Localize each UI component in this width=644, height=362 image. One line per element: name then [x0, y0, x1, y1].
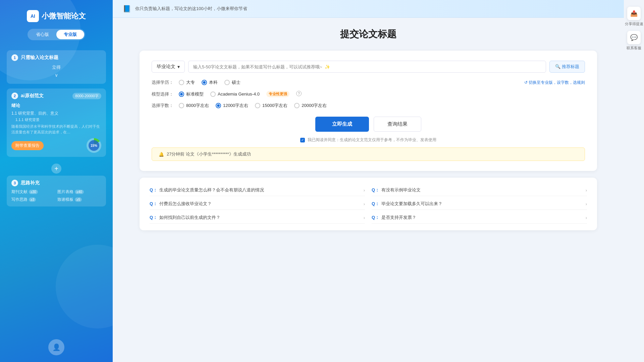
- word-15000[interactable]: 15000字左右: [255, 103, 287, 109]
- share-icon: 📤: [627, 7, 641, 20]
- logo-icon: AI: [27, 10, 39, 22]
- faq-item-4[interactable]: Q： 如何找到自己以前生成的文件？ ›: [150, 212, 365, 224]
- model-standard[interactable]: 标准模型: [179, 91, 204, 97]
- faq-q-5: Q：: [372, 215, 379, 221]
- step-2-num: 2: [11, 93, 18, 99]
- edu-row: 选择学历： 大专 本科 硕士 ↺ 切换至专业: [152, 79, 585, 85]
- faq-arrow-3: ›: [586, 201, 587, 206]
- faq-item-1[interactable]: Q： 有没有示例毕业论文 ›: [372, 184, 587, 196]
- progress-value: 15%: [89, 140, 99, 151]
- generate-button[interactable]: 立即生成: [315, 117, 369, 132]
- switch-pro-button[interactable]: ↺ 切换至专业版，设字数，选规则: [524, 80, 585, 85]
- faq-text-5: 是否支持开发票？: [381, 215, 416, 221]
- faq-item-3[interactable]: Q： 毕业论文要加载多久可以出来？ ›: [372, 198, 587, 210]
- faq-card: Q： 生成的毕业论文质量怎么样？会不会有朋说八道的情况 › Q： 有没有示例毕业…: [140, 178, 597, 230]
- app-title: 小微智能论文: [42, 11, 86, 21]
- main-area: 📘 你只负责输入标题，写论文的这100小时，小微来帮你节省 提交论文标题 毕业论…: [113, 0, 624, 362]
- edu-shuoshi[interactable]: 硕士: [224, 79, 240, 85]
- logo-area: AI 小微智能论文: [27, 10, 86, 22]
- supp-journal-count: ≥30: [29, 190, 38, 194]
- faq-text-3: 毕业论文要加载多久可以出来？: [381, 201, 442, 207]
- supp-journal: 期刊文献 ≥30: [11, 189, 55, 195]
- progress-circle: 15%: [87, 138, 101, 153]
- word-radio-group: 8000字左右 12000字左右 15000字左右 20000字左右: [179, 103, 327, 109]
- faq-q-2: Q：: [150, 201, 157, 207]
- faq-arrow-0: ›: [364, 188, 365, 193]
- recommend-button[interactable]: 🔍 推荐标题: [549, 61, 585, 73]
- supp-thinking: 写作思路 ≥3: [11, 197, 55, 202]
- report-button[interactable]: 附带查重报告: [11, 141, 44, 150]
- step-1-divider: 立得: [11, 64, 101, 70]
- radio-15000-dot: [255, 103, 260, 108]
- faq-arrow-4: ›: [364, 215, 365, 220]
- outline-item-1: 1.1 研究背景、目的、意义: [11, 111, 101, 116]
- radio-academia-dot: [210, 92, 216, 97]
- step-1-title: 只需输入论文标题: [21, 55, 101, 61]
- main-content: 提交论文标题 毕业论文 ▾ 🔍 推荐标题 选择学历： 大专: [113, 18, 624, 362]
- faq-text-0: 生成的毕业论文质量怎么样？会不会有朋说八道的情况: [159, 187, 264, 193]
- supp-figure: 图片表格 ≥40: [57, 189, 101, 195]
- radio-8000-dot: [179, 103, 184, 108]
- step-2-badge: 8000-20000字: [72, 93, 101, 99]
- faq-item-5[interactable]: Q： 是否支持开发票？ ›: [372, 212, 587, 224]
- faq-grid: Q： 生成的毕业论文质量怎么样？会不会有朋说八道的情况 › Q： 有没有示例毕业…: [150, 184, 587, 224]
- word-12000[interactable]: 12000字左右: [216, 103, 248, 109]
- radio-12000-dot: [216, 103, 221, 108]
- word-row: 选择字数： 8000字左右 12000字左右 15000字左右: [152, 103, 585, 109]
- info-icon[interactable]: ?: [296, 91, 302, 96]
- sidebar: AI 小微智能论文 省心版 专业版 1 只需输入论文标题 立得 ∨ 2 ai原创…: [0, 0, 113, 362]
- faq-text-1: 有没有示例毕业论文: [381, 187, 421, 193]
- title-input[interactable]: [188, 61, 546, 73]
- top-banner: 📘 你只负责输入标题，写论文的这100小时，小微来帮你节省: [113, 0, 624, 18]
- thesis-type-chevron: ▾: [177, 64, 180, 69]
- thesis-type-select[interactable]: 毕业论文 ▾: [152, 61, 185, 73]
- radio-benke-dot: [202, 80, 207, 85]
- add-section-button[interactable]: +: [51, 164, 61, 174]
- faq-q-0: Q：: [150, 187, 157, 193]
- supp-thinking-count: ≥3: [29, 197, 36, 202]
- agree-row: ✓ 我已阅读并同意：生成的论文文范文仅用于参考，不作为毕业、发表使用: [152, 137, 585, 143]
- edu-dazhuang[interactable]: 大专: [179, 79, 195, 85]
- radio-shuoshi-dot: [224, 80, 230, 85]
- word-label: 选择字数：: [152, 103, 173, 109]
- avatar: 👤: [48, 339, 64, 355]
- step-3-num: 3: [11, 180, 18, 186]
- step-3-title: 思路补充: [21, 180, 101, 186]
- agree-text: 我已阅读并同意：生成的论文文范文仅用于参考，不作为毕业、发表使用: [308, 137, 436, 143]
- action-row: 立即生成 查询结果: [152, 117, 585, 132]
- banner-icon: 📘: [123, 5, 131, 13]
- model-label: 模型选择：: [152, 91, 173, 97]
- faq-text-2: 付费后怎么接收毕业论文？: [159, 201, 212, 207]
- support-action[interactable]: 💬 联系客服: [627, 31, 641, 50]
- title-input-row: 毕业论文 ▾ 🔍 推荐标题: [152, 61, 585, 73]
- query-button[interactable]: 查询结果: [374, 117, 421, 132]
- edu-radio-group: 大专 本科 硕士: [179, 79, 240, 85]
- faq-item-2[interactable]: Q： 付费后怎么接收毕业论文？ ›: [150, 198, 365, 210]
- agree-checkbox[interactable]: ✓: [300, 138, 305, 142]
- radio-20000-dot: [294, 103, 300, 108]
- support-label: 联系客服: [627, 46, 641, 50]
- edu-benke[interactable]: 本科: [202, 79, 218, 85]
- model-academia[interactable]: Academia Genius-4.0: [210, 91, 260, 97]
- faq-item-0[interactable]: Q： 生成的毕业论文质量怎么样？会不会有朋说八道的情况 ›: [150, 184, 365, 196]
- thesis-type-label: 毕业论文: [157, 64, 175, 70]
- chevron-icon: ∨: [11, 72, 101, 78]
- faq-text-4: 如何找到自己以前生成的文件？: [159, 215, 220, 221]
- right-panel: 📤 分享得提速 💬 联系客服: [624, 0, 644, 362]
- word-8000[interactable]: 8000字左右: [179, 103, 209, 109]
- notification-text: 27分钟前 论文《小学生**********》生成成功: [167, 151, 251, 157]
- supp-figure-count: ≥40: [75, 190, 84, 194]
- faq-q-4: Q：: [150, 215, 157, 221]
- word-20000[interactable]: 20000字左右: [294, 103, 327, 109]
- model-radio-group: 标准模型 Academia Genius-4.0 专业性更强 ?: [179, 91, 302, 97]
- tab-zhuanye[interactable]: 专业版: [56, 30, 84, 39]
- tab-jianxin[interactable]: 省心版: [29, 30, 56, 39]
- outline-section: 绪论: [11, 103, 101, 109]
- notification-icon: 🔔: [159, 152, 164, 157]
- form-card: 毕业论文 ▾ 🔍 推荐标题 选择学历： 大专 本科: [140, 51, 597, 171]
- step-3-card: 3 思路补充 期刊文献 ≥30 图片表格 ≥40 写作思路 ≥3 致谢模板 ≥5: [7, 176, 106, 206]
- share-action[interactable]: 📤 分享得提速: [625, 7, 643, 26]
- sidebar-bottom: 👤: [48, 339, 64, 355]
- model-badge: 专业性更强: [266, 91, 289, 97]
- faq-arrow-1: ›: [586, 188, 587, 193]
